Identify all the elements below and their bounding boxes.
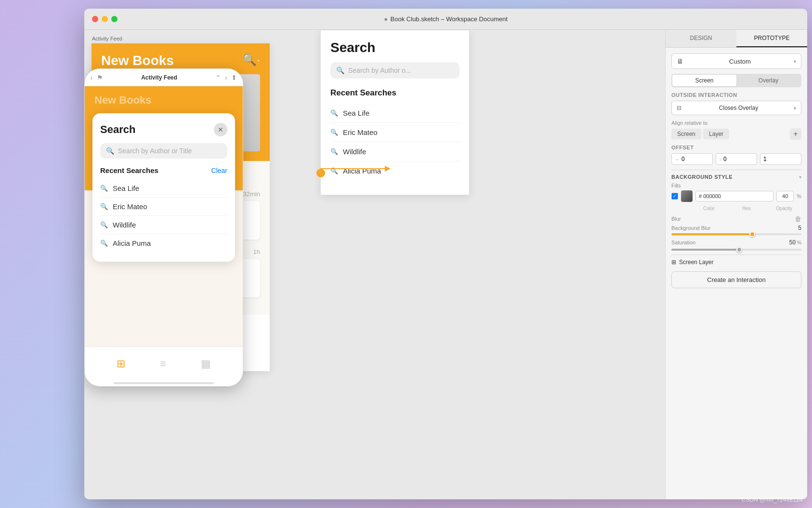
slider-thumb-sat[interactable] [736, 247, 742, 253]
add-align-button[interactable]: + [790, 128, 801, 140]
phone-title: Activity Feed [107, 74, 212, 81]
search-close-button[interactable]: ✕ [214, 123, 227, 136]
right-panel: DESIGN PROTOTYPE 🖥 Custom ▾ Screen Overl… [665, 30, 807, 499]
slm-item-0[interactable]: 🔍 Sea Life [330, 104, 459, 123]
tab-home[interactable]: ⊞ [117, 358, 125, 370]
align-screen-btn[interactable]: Screen [671, 129, 701, 139]
saturation-slider[interactable] [671, 249, 801, 251]
slider-bar-blur [671, 233, 801, 235]
search-item-icon-2: 🔍 [100, 221, 108, 228]
align-layer-btn[interactable]: Layer [703, 129, 729, 139]
fill-checkbox[interactable]: ✓ [671, 193, 678, 200]
review-time-1: 32min [243, 190, 260, 198]
monitor-icon: 🖥 [677, 57, 683, 65]
clear-button[interactable]: Clear [211, 167, 227, 174]
forward-icon[interactable]: › [225, 74, 227, 81]
slm-search-icon-2: 🔍 [330, 148, 338, 155]
slm-item-1[interactable]: 🔍 Eric Mateo [330, 123, 459, 142]
slm-item-3[interactable]: 🔍 Alicia Puma [330, 161, 459, 180]
bg-blur-label: Background Blur [671, 225, 710, 231]
fill-color-swatch[interactable] [681, 190, 693, 202]
overlay-toggle-btn[interactable]: Overlay [736, 75, 800, 86]
close-button[interactable] [92, 16, 98, 22]
phone-chrome-top: ‹ ⚑ Activity Feed ⌃ › ⬆ [85, 69, 243, 86]
blur-delete-icon[interactable]: 🗑 [795, 215, 801, 223]
fill-hex-field[interactable]: # 000000 [695, 191, 773, 201]
slm-item-text-0: Sea Life [343, 109, 369, 117]
custom-label: Custom [729, 58, 751, 65]
search-item-icon-3: 🔍 [100, 240, 108, 247]
phone-content: New Books Search ✕ 🔍 Search by Author or… [85, 86, 243, 347]
search-icon-large[interactable]: 🔍· [242, 53, 260, 67]
maximize-button[interactable] [111, 16, 118, 22]
blur-row: Blur 🗑 [671, 215, 801, 223]
screen-layer-row: ⊞ Screen Layer [671, 259, 801, 266]
activity-feed-label: Activity Feed [92, 36, 122, 41]
window-title: ● Book Club.sketch – Workspace Document [384, 15, 508, 23]
screen-toggle-btn[interactable]: Screen [672, 75, 736, 86]
create-interaction-button[interactable]: Create an Interaction [671, 271, 801, 288]
nav-up-down-icon[interactable]: ⌃ [215, 74, 221, 81]
search-item-2[interactable]: 🔍 Wildlife [100, 216, 227, 234]
screen-overlay-toggle: Screen Overlay [671, 74, 801, 87]
offset-y-icon: ↕ [719, 157, 721, 162]
divider-2 [671, 254, 801, 255]
minimize-button[interactable] [102, 16, 108, 22]
color-sublabel: Color [692, 206, 726, 211]
traffic-lights [92, 16, 118, 22]
back-icon[interactable]: ‹ [91, 74, 93, 81]
offset-x-field[interactable]: ↔ 0 [671, 153, 713, 165]
tab-design[interactable]: DESIGN [666, 30, 736, 47]
flag-icon[interactable]: ⚑ [97, 74, 103, 81]
bg-style-title: BACKGROUND STYLE [671, 174, 733, 180]
search-overlay-title: Search [100, 123, 135, 136]
chevron-down-icon-2: ▾ [794, 106, 796, 111]
search-item-1[interactable]: 🔍 Eric Mateo [100, 198, 227, 216]
search-item-icon-1: 🔍 [100, 203, 108, 210]
screen-layer-label: Screen Layer [679, 259, 713, 266]
bg-blur-slider[interactable] [671, 233, 801, 235]
outside-interaction-label: Outside Interaction [671, 92, 801, 98]
offset-z-value: 1 [763, 156, 767, 162]
search-item-3[interactable]: 🔍 Alicia Puma [100, 234, 227, 252]
slider-thumb-blur[interactable] [749, 231, 755, 237]
custom-dropdown[interactable]: 🖥 Custom ▾ [671, 53, 801, 69]
search-overlay-phone: Search ✕ 🔍 Search by Author or Title Rec… [92, 113, 235, 262]
closes-overlay-dropdown[interactable]: ⊟ Closes Overlay ▾ [671, 101, 801, 115]
saturation-value: 50 [789, 239, 796, 246]
saturation-percent: % [797, 240, 801, 245]
bg-style-section[interactable]: BACKGROUND STYLE ▾ [671, 174, 801, 180]
slm-item-2[interactable]: 🔍 Wildlife [330, 142, 459, 161]
slm-search-icon-1: 🔍 [330, 129, 338, 136]
panel-content: 🖥 Custom ▾ Screen Overlay Outside Intera… [666, 48, 807, 499]
title-bar: ● Book Club.sketch – Workspace Document [84, 9, 807, 30]
search-input-wrap[interactable]: 🔍 Search by Author or Title [100, 143, 227, 159]
phone-frame-left: ‹ ⚑ Activity Feed ⌃ › ⬆ New Books [84, 68, 243, 387]
tab-books[interactable]: ≡ [160, 358, 166, 370]
slider-fill-sat [671, 249, 736, 251]
slm-title: Search [330, 40, 459, 55]
fills-row: ✓ # 000000 40 % [671, 190, 801, 202]
offset-z-field[interactable]: 1 [760, 153, 801, 165]
slm-recent-title: Recent Searches [330, 88, 459, 98]
search-item-text-2: Wildlife [113, 221, 136, 229]
search-item-text-1: Eric Mateo [113, 202, 147, 211]
search-input-icon: 🔍 [106, 147, 114, 155]
blur-label: Blur [671, 216, 681, 222]
search-item-text-3: Alicia Puma [113, 239, 151, 247]
panel-tabs: DESIGN PROTOTYPE [666, 30, 807, 48]
tab-prototype[interactable]: PROTOTYPE [736, 30, 807, 47]
search-overlay-header: Search ✕ [100, 123, 227, 136]
canvas-area[interactable]: Activity Feed Search New Books 🔍· [84, 30, 665, 499]
tab-chart[interactable]: ▦ [201, 358, 211, 370]
fill-opacity-field[interactable]: 40 [776, 191, 794, 201]
slm-search-icon-3: 🔍 [330, 167, 338, 174]
search-item-0[interactable]: 🔍 Sea Life [100, 179, 227, 198]
offset-y-value: 0 [723, 156, 727, 162]
slm-search-wrap[interactable]: 🔍 Search by Author o... [330, 62, 459, 79]
fill-percent: % [797, 193, 801, 199]
share-icon[interactable]: ⬆ [231, 74, 237, 81]
chevron-down-icon: ▾ [794, 59, 796, 64]
scroll-indicator [114, 382, 214, 384]
offset-y-field[interactable]: ↕ 0 [716, 153, 757, 165]
